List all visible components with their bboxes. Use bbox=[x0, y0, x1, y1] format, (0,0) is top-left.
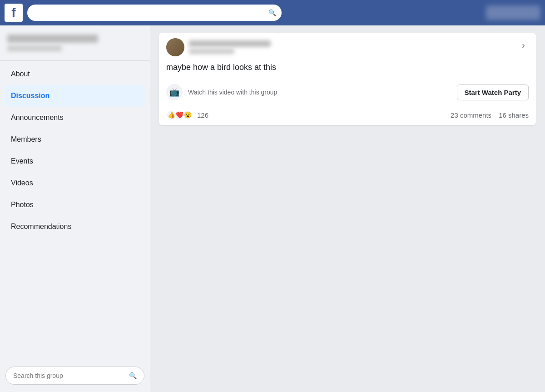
author-text bbox=[189, 40, 271, 54]
reaction-emojis: 👍 ❤️ 😮 bbox=[166, 110, 193, 120]
post-options-button[interactable]: › bbox=[518, 38, 529, 52]
top-navigation: f 🔍 bbox=[0, 0, 545, 25]
global-search-bar[interactable]: 🔍 bbox=[27, 5, 282, 21]
group-header bbox=[0, 30, 150, 59]
group-search-input[interactable] bbox=[13, 372, 129, 379]
watch-party-icon: 📺 bbox=[166, 84, 183, 100]
avatar bbox=[166, 38, 184, 56]
sidebar-search-container: 🔍 bbox=[5, 367, 144, 385]
sidebar-item-events[interactable]: Events bbox=[4, 151, 146, 172]
group-name-blurred bbox=[7, 35, 98, 43]
main-layout: About Discussion Announcements Members E… bbox=[0, 25, 545, 392]
watch-party-text: Watch this video with this group bbox=[188, 89, 451, 96]
reaction-count: 126 bbox=[197, 111, 208, 119]
shares-count[interactable]: 16 shares bbox=[499, 111, 529, 119]
author-name-blurred bbox=[189, 40, 271, 47]
group-search-icon: 🔍 bbox=[129, 372, 137, 379]
global-search-input[interactable] bbox=[33, 9, 265, 16]
sidebar-item-recommendations[interactable]: Recommendations bbox=[4, 216, 146, 237]
sidebar-item-videos[interactable]: Videos bbox=[4, 173, 146, 194]
avatar-image bbox=[166, 38, 184, 56]
group-sub-blurred bbox=[7, 45, 62, 51]
left-sidebar: About Discussion Announcements Members E… bbox=[0, 25, 150, 392]
post-text: maybe how a bird looks at this bbox=[159, 60, 536, 79]
watch-party-bar: 📺 Watch this video with this group Start… bbox=[159, 79, 536, 106]
sidebar-item-announcements[interactable]: Announcements bbox=[4, 107, 146, 128]
sidebar-item-about[interactable]: About bbox=[4, 64, 146, 84]
content-area: › maybe how a bird looks at this bbox=[150, 25, 545, 392]
nav-right-section bbox=[486, 5, 540, 20]
group-search-field[interactable]: 🔍 bbox=[5, 367, 144, 385]
post-card: › maybe how a bird looks at this bbox=[159, 33, 536, 125]
search-icon: 🔍 bbox=[268, 9, 276, 16]
reactions-right: 23 comments 16 shares bbox=[451, 111, 529, 119]
post-author-info bbox=[166, 38, 271, 56]
start-watch-party-button[interactable]: Start Watch Party bbox=[457, 84, 529, 100]
nav-profile-area bbox=[486, 5, 540, 20]
sidebar-item-members[interactable]: Members bbox=[4, 129, 146, 150]
post-header: › bbox=[159, 33, 536, 60]
comments-count[interactable]: 23 comments bbox=[451, 111, 491, 119]
wow-emoji: 😮 bbox=[183, 110, 193, 120]
post-reactions: 👍 ❤️ 😮 126 23 comments 16 shares bbox=[159, 106, 536, 125]
author-date-blurred bbox=[189, 49, 234, 54]
sidebar-item-photos[interactable]: Photos bbox=[4, 194, 146, 215]
reactions-left: 👍 ❤️ 😮 126 bbox=[166, 110, 208, 120]
facebook-logo: f bbox=[5, 4, 23, 22]
sidebar-divider bbox=[0, 60, 150, 61]
sidebar-navigation: About Discussion Announcements Members E… bbox=[0, 63, 150, 363]
sidebar-item-discussion[interactable]: Discussion bbox=[4, 85, 146, 106]
